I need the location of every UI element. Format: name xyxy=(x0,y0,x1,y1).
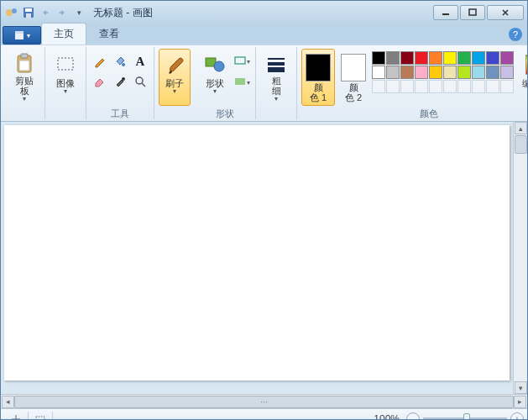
save-icon[interactable] xyxy=(21,5,36,20)
zoom-level: 100% xyxy=(367,412,406,421)
color-swatch[interactable] xyxy=(372,51,385,65)
edit-colors-button[interactable]: 编辑颜色 xyxy=(515,49,528,106)
select-button[interactable]: 图像 ▾ xyxy=(50,49,81,106)
custom-color-slot[interactable] xyxy=(386,80,400,93)
canvas[interactable] xyxy=(4,125,510,381)
custom-color-slot[interactable] xyxy=(443,80,457,93)
chevron-down-icon: ▾ xyxy=(23,96,26,102)
svg-rect-19 xyxy=(235,57,245,64)
svg-line-16 xyxy=(142,83,145,87)
group-size: 粗 细 ▾ xyxy=(256,47,297,119)
color-swatch[interactable] xyxy=(429,51,442,65)
scroll-thumb[interactable]: ··· xyxy=(14,396,514,408)
chevron-down-icon: ▾ xyxy=(64,88,67,95)
custom-color-slot[interactable] xyxy=(400,80,414,93)
color-swatch[interactable] xyxy=(457,51,471,65)
qat-dropdown-icon[interactable]: ▾ xyxy=(71,5,86,20)
custom-color-slot[interactable] xyxy=(500,80,514,93)
text-tool[interactable]: A xyxy=(131,52,149,71)
minimize-button[interactable] xyxy=(433,5,458,20)
pencil-tool[interactable] xyxy=(91,52,109,71)
eraser-tool[interactable] xyxy=(91,72,109,91)
color-swatch[interactable] xyxy=(472,66,485,79)
size-button[interactable]: 粗 细 ▾ xyxy=(260,49,292,106)
custom-color-slot[interactable] xyxy=(415,80,428,93)
svg-point-18 xyxy=(214,61,224,71)
tab-home[interactable]: 主页 xyxy=(41,23,86,45)
group-image: 图像 ▾ xyxy=(45,47,86,119)
maximize-button[interactable] xyxy=(460,5,485,20)
group-clipboard: 剪贴板 ▾ xyxy=(4,47,45,119)
status-bar: 100% − + xyxy=(1,408,527,420)
color-swatch[interactable] xyxy=(400,51,414,65)
color-picker-tool[interactable] xyxy=(111,72,129,91)
redo-icon[interactable] xyxy=(55,5,70,20)
svg-rect-10 xyxy=(21,54,28,58)
color-swatch[interactable] xyxy=(500,66,514,79)
group-tools: A 工具 xyxy=(86,47,154,119)
color-swatch[interactable] xyxy=(457,66,471,79)
app-icon xyxy=(4,5,19,20)
color-swatch[interactable] xyxy=(472,51,485,65)
paste-button[interactable]: 剪贴板 ▾ xyxy=(8,49,40,106)
clipboard-icon xyxy=(13,52,36,75)
shape-fill-button[interactable]: ▾ xyxy=(233,73,251,92)
shapes-button[interactable]: 形状 ▾ xyxy=(199,49,231,106)
svg-point-1 xyxy=(12,8,17,13)
ribbon: 剪贴板 ▾ 图像 ▾ A 工具 xyxy=(1,45,527,122)
custom-color-slot[interactable] xyxy=(372,80,385,93)
color-swatch[interactable] xyxy=(443,51,457,65)
color-swatch[interactable] xyxy=(415,66,428,79)
color-swatch[interactable] xyxy=(486,66,499,79)
svg-rect-4 xyxy=(26,13,31,18)
chevron-down-icon: ▾ xyxy=(274,96,278,102)
custom-color-slot[interactable] xyxy=(429,80,442,93)
custom-color-slot[interactable] xyxy=(486,80,499,93)
color-swatch[interactable] xyxy=(386,51,400,65)
shape-outline-button[interactable]: ▾ xyxy=(233,52,251,71)
color1-button[interactable]: 颜 色 1 xyxy=(301,49,335,106)
help-button[interactable]: ? xyxy=(509,28,522,41)
magnifier-tool[interactable] xyxy=(131,72,149,91)
scroll-thumb[interactable] xyxy=(515,135,527,154)
color-swatch[interactable] xyxy=(500,51,514,65)
canvas-area: ▴ ▾ xyxy=(1,122,527,394)
zoom-slider-knob[interactable] xyxy=(463,413,470,420)
brush-button[interactable]: 刷子 ▾ xyxy=(159,49,191,106)
scroll-right-icon[interactable]: ▸ xyxy=(514,396,526,408)
scroll-left-icon[interactable]: ◂ xyxy=(2,396,14,408)
undo-icon[interactable] xyxy=(38,5,53,20)
color1-swatch xyxy=(306,54,331,81)
svg-point-14 xyxy=(122,77,125,81)
file-menu-button[interactable]: ▾ xyxy=(3,26,41,45)
group-shapes: 形状 ▾ ▾ ▾ 形状 xyxy=(195,47,256,119)
svg-rect-5 xyxy=(442,13,449,15)
scroll-down-icon[interactable]: ▾ xyxy=(515,381,527,394)
close-button[interactable] xyxy=(487,5,524,20)
color-swatch[interactable] xyxy=(400,66,414,79)
fill-tool[interactable] xyxy=(111,52,129,71)
horizontal-scrollbar[interactable]: ◂ ··· ▸ xyxy=(1,394,527,408)
tab-row: ▾ 主页 查看 ? xyxy=(1,24,527,45)
color-swatch[interactable] xyxy=(386,66,400,79)
color-swatch[interactable] xyxy=(443,66,457,79)
zoom-in-button[interactable]: + xyxy=(510,412,524,421)
svg-rect-8 xyxy=(15,31,24,34)
color-swatch[interactable] xyxy=(372,66,385,79)
custom-color-slot[interactable] xyxy=(457,80,471,93)
window-title: 无标题 - 画图 xyxy=(86,6,431,20)
scroll-up-icon[interactable]: ▴ xyxy=(515,122,527,134)
color-swatch[interactable] xyxy=(415,51,428,65)
svg-point-13 xyxy=(122,63,125,66)
title-bar: ▾ 无标题 - 画图 xyxy=(1,1,527,24)
svg-rect-3 xyxy=(25,8,32,12)
color-swatch[interactable] xyxy=(429,66,442,79)
selection-size xyxy=(29,412,53,421)
zoom-out-button[interactable]: − xyxy=(406,412,420,421)
custom-color-slot[interactable] xyxy=(472,80,485,93)
color2-button[interactable]: 颜 色 2 xyxy=(337,49,370,106)
brush-icon xyxy=(163,52,186,77)
tab-view[interactable]: 查看 xyxy=(86,23,132,45)
vertical-scrollbar[interactable]: ▴ ▾ xyxy=(513,122,527,394)
color-swatch[interactable] xyxy=(486,51,499,65)
